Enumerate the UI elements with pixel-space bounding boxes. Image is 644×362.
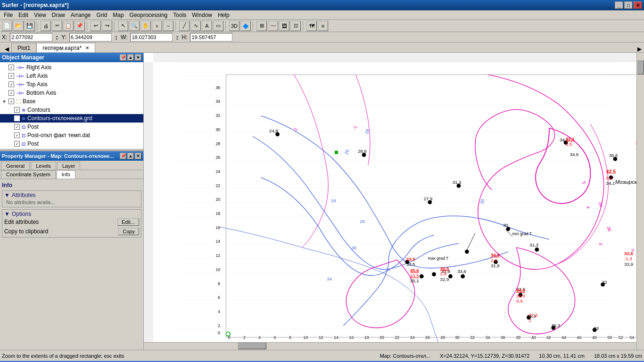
label-2: 2 xyxy=(528,318,531,323)
property-manager-pin[interactable]: 📌 xyxy=(120,153,126,159)
toolbar-sep3 xyxy=(114,21,116,31)
label-30-5: 30,5 xyxy=(440,266,449,271)
tree-item-post-dev[interactable]: ✓ ⊡ Post-откл факт темп.dat xyxy=(0,131,143,140)
zoom-button[interactable]: 🔍 xyxy=(129,21,140,31)
redo-button[interactable]: ↪ xyxy=(102,21,112,31)
tab-general[interactable]: General xyxy=(1,162,30,170)
menu-edit[interactable]: Edit xyxy=(16,11,31,19)
contour-label-28b: 28 xyxy=(360,219,365,224)
map-area[interactable]: 24,8 28,6 27,9 31,3 30 31,3 32,9 33,6 33… xyxy=(144,53,644,350)
toolbar-sep6 xyxy=(253,21,255,31)
menu-draw[interactable]: Draw xyxy=(49,11,68,19)
menu-map[interactable]: Map xyxy=(110,11,126,19)
checkbox-left-axis[interactable]: ✓ xyxy=(8,73,14,79)
tab-info[interactable]: Info xyxy=(57,170,75,179)
options-title[interactable]: ▼ Options xyxy=(4,211,139,217)
image-button[interactable]: 🖼 xyxy=(279,21,289,31)
scrollbar-thumb-h[interactable] xyxy=(238,343,266,349)
3d-button[interactable]: 3D xyxy=(229,21,239,31)
checkbox-contours[interactable]: ✓ xyxy=(14,107,20,113)
tree-item-post1[interactable]: ✓ ⊡ Post xyxy=(0,123,143,131)
pan-button[interactable]: ✋ xyxy=(140,21,151,31)
minimize-button[interactable]: _ xyxy=(615,1,623,9)
tree-item-bottom-axis[interactable]: ✓ ⊣⊢ Bottom Axis xyxy=(0,89,143,97)
checkbox-base[interactable]: ✓ xyxy=(8,99,14,104)
tree-item-post2[interactable]: ✓ ⊡ Post xyxy=(0,140,143,148)
draw-rect-button[interactable]: ▭ xyxy=(213,21,223,31)
tab-geotherm-close[interactable]: ✕ xyxy=(85,45,89,50)
menu-geoprocessing[interactable]: Geoprocessing xyxy=(127,11,171,19)
color-button[interactable]: ◆ xyxy=(240,21,251,31)
save-button[interactable]: 💾 xyxy=(25,21,35,31)
cut-button[interactable]: ✂ xyxy=(52,21,62,31)
tree-item-right-axis[interactable]: ✓ ⊣⊢ Right Axis xyxy=(0,63,143,72)
checkbox-contours-dev[interactable]: ✓ xyxy=(14,115,20,121)
object-manager-pin[interactable]: 📌 xyxy=(120,54,126,61)
tree-item-contours-dev[interactable]: ✓ ≋ Contours-отклонения.grd xyxy=(0,114,143,123)
scrollbar-thumb-v[interactable] xyxy=(637,60,644,74)
attributes-title[interactable]: ▼ Attributes xyxy=(4,192,139,198)
menu-arrange[interactable]: Arrange xyxy=(68,11,94,19)
zoom-in-button[interactable]: + xyxy=(152,21,162,31)
draw-line-button[interactable]: ╱ xyxy=(179,21,190,31)
checkbox-post2[interactable]: ✓ xyxy=(14,141,20,147)
copy-clipboard-row: Copy to clipboard Copy xyxy=(4,227,139,236)
tab-geotherm[interactable]: геотерм.карта* ✕ xyxy=(36,43,95,52)
maximize-button[interactable]: □ xyxy=(624,1,633,9)
map-button[interactable]: 🗺 xyxy=(306,21,317,31)
object-manager-float[interactable]: ▲ xyxy=(127,54,134,61)
copy-button[interactable]: 📋 xyxy=(63,21,74,31)
select-button[interactable]: ↖ xyxy=(118,21,128,31)
property-manager-float[interactable]: ▲ xyxy=(127,153,134,159)
tree-item-top-axis[interactable]: ✓ ⊣⊢ Top Axis xyxy=(0,80,143,89)
menu-view[interactable]: View xyxy=(31,11,49,19)
scrollbar-vertical[interactable] xyxy=(636,53,644,350)
map-svg[interactable]: 24,8 28,6 27,9 31,3 30 31,3 32,9 33,6 33… xyxy=(153,62,636,342)
copy-clipboard-button[interactable]: Copy xyxy=(118,228,139,235)
open-button[interactable]: 📂 xyxy=(13,21,24,31)
draw-curve-button[interactable]: ∿ xyxy=(190,21,201,31)
property-manager-close[interactable]: ✕ xyxy=(135,153,141,159)
grid-button[interactable]: ⊞ xyxy=(256,21,267,31)
legend-button[interactable]: ≡ xyxy=(318,21,328,31)
menu-grid[interactable]: Grid xyxy=(94,11,110,19)
tab-levels[interactable]: Levels xyxy=(31,162,56,170)
menu-help[interactable]: Help xyxy=(215,11,232,19)
tab-plot1[interactable]: Plot1 xyxy=(11,43,36,52)
paste-button[interactable]: 📌 xyxy=(74,21,85,31)
tree-item-left-axis[interactable]: ✓ ⊣⊢ Left Axis xyxy=(0,72,143,80)
checkbox-post-dev[interactable]: ✓ xyxy=(14,132,20,138)
tree-item-base[interactable]: ▼ ✓ ⛶ Base xyxy=(0,97,143,106)
main-area: Object Manager 📌 ▲ ✕ ✓ ⊣⊢ Right Axis xyxy=(0,53,644,350)
draw-text-button[interactable]: A xyxy=(202,21,212,31)
checkbox-right-axis[interactable]: ✓ xyxy=(8,65,14,70)
x-input[interactable] xyxy=(10,33,52,41)
menu-tools[interactable]: Tools xyxy=(170,11,189,19)
object-manager-title: Object Manager xyxy=(2,54,44,61)
tab-layer[interactable]: Layer xyxy=(57,162,81,170)
y-input[interactable] xyxy=(69,33,112,41)
object-manager-close[interactable]: ✕ xyxy=(135,54,141,61)
menu-window[interactable]: Window xyxy=(189,11,215,19)
edit-attributes-button[interactable]: Edit... xyxy=(117,218,139,226)
checkbox-bottom-axis[interactable]: ✓ xyxy=(8,90,14,96)
tab-coord-system[interactable]: Coordinate System xyxy=(1,170,56,179)
copy-clipboard-label: Copy to clipboard xyxy=(4,228,48,235)
tree-item-contours[interactable]: ✓ ≋ Contours xyxy=(0,106,143,114)
checkbox-post1[interactable]: ✓ xyxy=(14,124,20,130)
zoom-out-button[interactable]: − xyxy=(163,21,173,31)
tree-splitter[interactable] xyxy=(0,149,143,151)
w-input[interactable] xyxy=(130,33,173,41)
new-button[interactable]: 📄 xyxy=(2,21,12,31)
h-input[interactable] xyxy=(190,33,232,41)
post-button[interactable]: ⊡ xyxy=(290,21,301,31)
checkbox-top-axis[interactable]: ✓ xyxy=(8,82,14,87)
undo-button[interactable]: ↩ xyxy=(91,21,101,31)
tab-scroll-right[interactable]: ▶ xyxy=(635,46,644,52)
print-button[interactable]: 🖨 xyxy=(41,21,51,31)
contour-button[interactable]: 〰 xyxy=(268,21,278,31)
close-button[interactable]: ✕ xyxy=(634,1,642,9)
scrollbar-horizontal[interactable] xyxy=(144,342,636,350)
menu-file[interactable]: File xyxy=(1,11,16,19)
tab-scroll-left[interactable]: ◀ xyxy=(2,46,11,52)
